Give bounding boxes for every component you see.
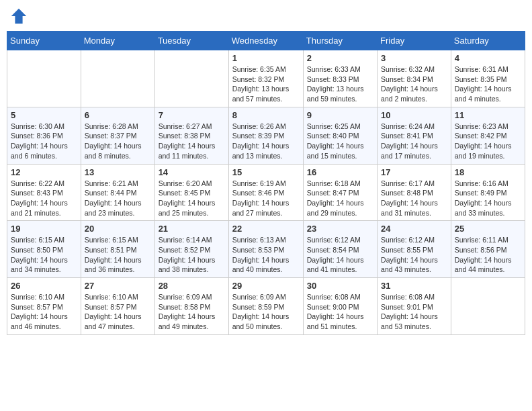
day-number: 13 (85, 167, 151, 177)
weekday-header-row: SundayMondayTuesdayWednesdayThursdayFrid… (7, 32, 525, 50)
day-number: 16 (307, 167, 373, 177)
day-info: Sunrise: 6:19 AMSunset: 8:46 PMDaylight:… (232, 179, 300, 218)
day-number: 27 (85, 281, 151, 291)
day-number: 24 (381, 224, 447, 234)
weekday-header-thursday: Thursday (303, 32, 377, 50)
calendar-cell: 29Sunrise: 6:09 AMSunset: 8:59 PMDayligh… (228, 278, 303, 335)
day-info: Sunrise: 6:31 AMSunset: 8:35 PMDaylight:… (455, 64, 521, 104)
calendar-cell: 31Sunrise: 6:08 AMSunset: 9:01 PMDayligh… (378, 278, 451, 335)
day-info: Sunrise: 6:16 AMSunset: 8:49 PMDaylight:… (455, 179, 521, 218)
calendar-cell (451, 278, 525, 335)
day-number: 1 (232, 53, 300, 63)
calendar-cell: 8Sunrise: 6:26 AMSunset: 8:39 PMDaylight… (228, 107, 303, 164)
calendar-cell: 16Sunrise: 6:18 AMSunset: 8:47 PMDayligh… (303, 164, 377, 221)
day-info: Sunrise: 6:18 AMSunset: 8:47 PMDaylight:… (307, 179, 373, 218)
day-info: Sunrise: 6:13 AMSunset: 8:53 PMDaylight:… (232, 235, 300, 275)
day-info: Sunrise: 6:12 AMSunset: 8:54 PMDaylight:… (307, 235, 373, 275)
week-row-2: 5Sunrise: 6:30 AMSunset: 8:36 PMDaylight… (7, 107, 525, 164)
day-info: Sunrise: 6:30 AMSunset: 8:36 PMDaylight:… (11, 122, 77, 161)
day-number: 29 (232, 281, 300, 291)
calendar-cell: 15Sunrise: 6:19 AMSunset: 8:46 PMDayligh… (228, 164, 303, 221)
weekday-header-friday: Friday (378, 32, 451, 50)
day-info: Sunrise: 6:15 AMSunset: 8:51 PMDaylight:… (85, 235, 151, 275)
weekday-header-wednesday: Wednesday (228, 32, 303, 50)
day-info: Sunrise: 6:27 AMSunset: 8:38 PMDaylight:… (159, 122, 225, 161)
day-number: 6 (85, 110, 151, 120)
calendar-cell: 12Sunrise: 6:22 AMSunset: 8:43 PMDayligh… (7, 164, 81, 221)
day-info: Sunrise: 6:12 AMSunset: 8:55 PMDaylight:… (381, 235, 447, 275)
page-header (7, 7, 525, 26)
calendar-cell: 23Sunrise: 6:12 AMSunset: 8:54 PMDayligh… (303, 221, 377, 278)
day-info: Sunrise: 6:11 AMSunset: 8:56 PMDaylight:… (455, 235, 521, 275)
calendar-cell: 1Sunrise: 6:35 AMSunset: 8:32 PMDaylight… (228, 50, 303, 107)
day-info: Sunrise: 6:09 AMSunset: 8:58 PMDaylight:… (159, 292, 225, 332)
calendar-cell: 26Sunrise: 6:10 AMSunset: 8:57 PMDayligh… (7, 278, 81, 335)
calendar-cell: 3Sunrise: 6:32 AMSunset: 8:34 PMDaylight… (378, 50, 451, 107)
calendar-cell: 9Sunrise: 6:25 AMSunset: 8:40 PMDaylight… (303, 107, 377, 164)
day-number: 21 (159, 224, 225, 234)
calendar-cell: 10Sunrise: 6:24 AMSunset: 8:41 PMDayligh… (378, 107, 451, 164)
day-number: 22 (232, 224, 300, 234)
calendar-cell: 25Sunrise: 6:11 AMSunset: 8:56 PMDayligh… (451, 221, 525, 278)
weekday-header-monday: Monday (81, 32, 154, 50)
day-number: 14 (159, 167, 225, 177)
day-number: 30 (307, 281, 373, 291)
calendar-cell: 2Sunrise: 6:33 AMSunset: 8:33 PMDaylight… (303, 50, 377, 107)
day-number: 2 (307, 53, 373, 63)
calendar-cell: 19Sunrise: 6:15 AMSunset: 8:50 PMDayligh… (7, 221, 81, 278)
day-number: 3 (381, 53, 447, 63)
day-number: 28 (159, 281, 225, 291)
day-info: Sunrise: 6:17 AMSunset: 8:48 PMDaylight:… (381, 179, 447, 218)
calendar-cell: 14Sunrise: 6:20 AMSunset: 8:45 PMDayligh… (154, 164, 228, 221)
day-number: 8 (232, 110, 300, 120)
week-row-4: 19Sunrise: 6:15 AMSunset: 8:50 PMDayligh… (7, 221, 525, 278)
calendar-cell: 22Sunrise: 6:13 AMSunset: 8:53 PMDayligh… (228, 221, 303, 278)
day-info: Sunrise: 6:10 AMSunset: 8:57 PMDaylight:… (85, 292, 151, 332)
calendar-cell: 4Sunrise: 6:31 AMSunset: 8:35 PMDaylight… (451, 50, 525, 107)
day-info: Sunrise: 6:15 AMSunset: 8:50 PMDaylight:… (11, 235, 77, 275)
day-number: 20 (85, 224, 151, 234)
day-number: 23 (307, 224, 373, 234)
weekday-header-tuesday: Tuesday (154, 32, 228, 50)
calendar-cell: 27Sunrise: 6:10 AMSunset: 8:57 PMDayligh… (81, 278, 154, 335)
day-number: 10 (381, 110, 447, 120)
calendar-cell (81, 50, 154, 107)
day-info: Sunrise: 6:20 AMSunset: 8:45 PMDaylight:… (159, 179, 225, 218)
day-number: 15 (232, 167, 300, 177)
calendar-cell (7, 50, 81, 107)
calendar-cell: 21Sunrise: 6:14 AMSunset: 8:52 PMDayligh… (154, 221, 228, 278)
day-number: 5 (11, 110, 77, 120)
day-info: Sunrise: 6:21 AMSunset: 8:44 PMDaylight:… (85, 179, 151, 218)
svg-marker-0 (11, 9, 26, 24)
weekday-header-sunday: Sunday (7, 32, 81, 50)
week-row-3: 12Sunrise: 6:22 AMSunset: 8:43 PMDayligh… (7, 164, 525, 221)
day-number: 17 (381, 167, 447, 177)
day-info: Sunrise: 6:28 AMSunset: 8:37 PMDaylight:… (85, 122, 151, 161)
day-number: 26 (11, 281, 77, 291)
day-info: Sunrise: 6:08 AMSunset: 9:00 PMDaylight:… (307, 292, 373, 332)
week-row-1: 1Sunrise: 6:35 AMSunset: 8:32 PMDaylight… (7, 50, 525, 107)
logo (9, 7, 31, 26)
calendar-cell: 6Sunrise: 6:28 AMSunset: 8:37 PMDaylight… (81, 107, 154, 164)
calendar-cell (154, 50, 228, 107)
day-number: 31 (381, 281, 447, 291)
week-row-5: 26Sunrise: 6:10 AMSunset: 8:57 PMDayligh… (7, 278, 525, 335)
day-info: Sunrise: 6:09 AMSunset: 8:59 PMDaylight:… (232, 292, 300, 332)
day-info: Sunrise: 6:35 AMSunset: 8:32 PMDaylight:… (232, 64, 300, 104)
weekday-header-saturday: Saturday (451, 32, 525, 50)
calendar-cell: 11Sunrise: 6:23 AMSunset: 8:42 PMDayligh… (451, 107, 525, 164)
day-info: Sunrise: 6:22 AMSunset: 8:43 PMDaylight:… (11, 179, 77, 218)
day-info: Sunrise: 6:14 AMSunset: 8:52 PMDaylight:… (159, 235, 225, 275)
day-number: 9 (307, 110, 373, 120)
day-info: Sunrise: 6:24 AMSunset: 8:41 PMDaylight:… (381, 122, 447, 161)
calendar-cell: 24Sunrise: 6:12 AMSunset: 8:55 PMDayligh… (378, 221, 451, 278)
calendar-cell: 7Sunrise: 6:27 AMSunset: 8:38 PMDaylight… (154, 107, 228, 164)
day-number: 7 (159, 110, 225, 120)
day-number: 19 (11, 224, 77, 234)
day-info: Sunrise: 6:23 AMSunset: 8:42 PMDaylight:… (455, 122, 521, 161)
day-info: Sunrise: 6:08 AMSunset: 9:01 PMDaylight:… (381, 292, 447, 332)
day-number: 18 (455, 167, 521, 177)
day-info: Sunrise: 6:33 AMSunset: 8:33 PMDaylight:… (307, 64, 373, 104)
day-number: 11 (455, 110, 521, 120)
day-info: Sunrise: 6:10 AMSunset: 8:57 PMDaylight:… (11, 292, 77, 332)
